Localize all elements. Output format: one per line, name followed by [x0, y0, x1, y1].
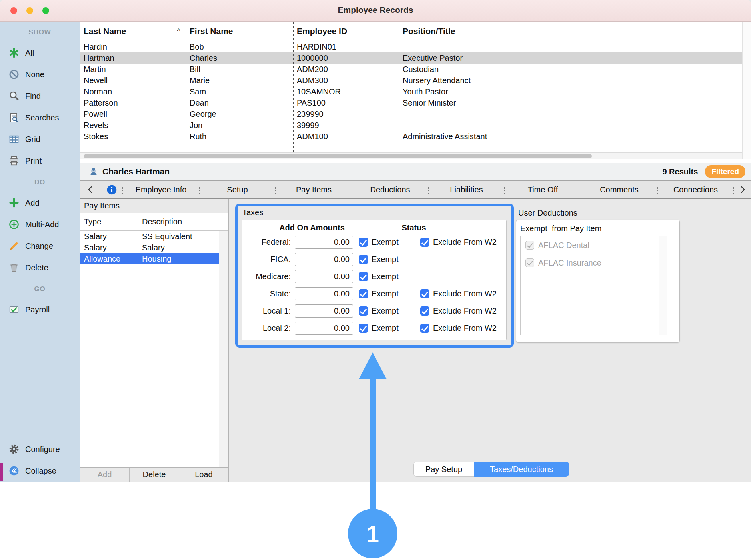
employee-row-selected[interactable]: Hartman Charles 1000000 Executive Pastor	[80, 52, 742, 64]
sidebar-label-find: Find	[25, 92, 41, 101]
info-button[interactable]	[101, 184, 122, 195]
exempt-label: Exempt	[372, 306, 399, 316]
cell-last-name: Norman	[80, 87, 186, 96]
user-deduction-label: AFLAC Insurance	[538, 258, 601, 268]
federal-exempt-checkbox[interactable]	[359, 238, 368, 247]
pay-items-col-description: Description	[138, 217, 228, 226]
state-amount-input[interactable]	[295, 287, 353, 300]
sidebar-item-add[interactable]: Add	[0, 192, 80, 214]
employee-row[interactable]: Revels Jon 39999	[80, 120, 742, 131]
sidebar-item-multi-add[interactable]: Multi-Add	[0, 214, 80, 235]
employee-row[interactable]: Patterson Dean PAS100 Senior Minister	[80, 97, 742, 108]
sidebar-label-payroll: Payroll	[25, 305, 50, 314]
local2-exclude-group: Exclude From W2	[420, 324, 497, 333]
local2-exclude-w2-checkbox[interactable]	[420, 324, 429, 333]
horizontal-scrollbar-thumb[interactable]	[84, 154, 592, 158]
column-header-last-name[interactable]: Last Name ^	[80, 26, 186, 36]
tab-setup[interactable]: Setup	[200, 185, 275, 194]
column-divider	[293, 22, 294, 152]
cell-position: Custodian	[399, 65, 742, 74]
gear-icon	[8, 443, 20, 455]
tab-bar: Employee Info Setup Pay Items Deductions…	[80, 181, 751, 199]
pay-item-add-button[interactable]: Add	[80, 468, 130, 482]
column-divider	[399, 22, 399, 152]
user-deductions-list: AFLAC Dental AFLAC Insurance	[520, 236, 667, 335]
cell-first-name: Bob	[186, 42, 293, 52]
local2-exempt-checkbox[interactable]	[359, 324, 368, 333]
aflac-insurance-checkbox-disabled	[525, 258, 534, 267]
pay-setup-button[interactable]: Pay Setup	[413, 462, 474, 477]
sidebar-item-change[interactable]: Change	[0, 235, 80, 257]
sidebar-item-print[interactable]: Print	[0, 150, 80, 172]
state-exclude-w2-checkbox[interactable]	[420, 289, 429, 298]
tab-pay-items[interactable]: Pay Items	[276, 185, 352, 194]
tab-time-off[interactable]: Time Off	[505, 185, 581, 194]
sidebar-label-none: None	[25, 70, 44, 79]
local2-amount-input[interactable]	[295, 322, 353, 335]
exempt-label: Exempt	[372, 255, 399, 264]
annotation-step-circle: 1	[348, 509, 397, 558]
cell-employee-id: 1000000	[293, 54, 399, 63]
exclude-w2-label: Exclude From W2	[433, 306, 497, 316]
employee-row[interactable]: Powell George 239990	[80, 108, 742, 120]
sidebar: SHOW All None Find Searches Grid	[0, 22, 80, 482]
employee-row[interactable]: Martin Bill ADM200 Custodian	[80, 64, 742, 75]
employee-row[interactable]: Newell Marie ADM300 Nursery Attendanct	[80, 75, 742, 86]
sidebar-item-searches[interactable]: Searches	[0, 107, 80, 128]
pay-item-row-selected[interactable]: Allowance Housing	[80, 253, 219, 264]
sidebar-item-collapse[interactable]: Collapse	[0, 460, 80, 482]
sidebar-item-find[interactable]: Find	[0, 85, 80, 107]
column-header-position-title[interactable]: Position/Title	[399, 26, 751, 36]
cell-last-name: Patterson	[80, 98, 186, 108]
employee-table-header: Last Name ^ First Name Employee ID Posit…	[80, 22, 751, 41]
taxes-deductions-button[interactable]: Taxes/Deductions	[474, 462, 569, 477]
tab-connections[interactable]: Connections	[658, 185, 733, 194]
federal-amount-input[interactable]	[295, 236, 353, 249]
next-tabs-button[interactable]	[734, 185, 751, 194]
cell-first-name: George	[186, 110, 293, 119]
local1-amount-input[interactable]	[295, 304, 353, 318]
exempt-label: Exempt	[372, 289, 399, 298]
local1-exclude-w2-checkbox[interactable]	[420, 306, 429, 316]
tab-employee-info[interactable]: Employee Info	[123, 185, 199, 194]
fica-amount-input[interactable]	[295, 253, 353, 266]
taxes-group: Add On Amounts Status Federal: Exempt	[242, 220, 507, 340]
sidebar-section-do: DO	[0, 173, 80, 192]
employee-row[interactable]: Stokes Ruth ADM100 Administrative Assist…	[80, 131, 742, 142]
local1-exempt-checkbox[interactable]	[359, 306, 368, 316]
sidebar-item-payroll[interactable]: Payroll	[0, 299, 80, 320]
pay-items-column-headers: Type Description	[80, 213, 228, 231]
pay-item-delete-button[interactable]: Delete	[130, 468, 179, 482]
pay-item-row[interactable]: Salary Salary	[80, 242, 219, 253]
tab-comments[interactable]: Comments	[581, 185, 657, 194]
sidebar-label-collapse: Collapse	[25, 466, 56, 476]
employee-row[interactable]: Norman Sam 10SAMNOR Youth Pastor	[80, 86, 742, 97]
tab-liabilities[interactable]: Liabilities	[429, 185, 504, 194]
cell-first-name: Sam	[186, 87, 293, 96]
fica-label: FICA:	[247, 255, 291, 264]
column-header-first-name[interactable]: First Name	[186, 26, 293, 36]
employee-row[interactable]: Hardin Bob HARDIN01	[80, 41, 742, 52]
column-header-employee-id[interactable]: Employee ID	[293, 26, 399, 36]
sidebar-item-all[interactable]: All	[0, 42, 80, 64]
pay-item-load-button[interactable]: Load	[179, 468, 228, 482]
tab-deductions[interactable]: Deductions	[352, 185, 428, 194]
employee-rows: Hardin Bob HARDIN01 Hartman Charles 1000…	[80, 41, 742, 142]
sidebar-item-none[interactable]: None	[0, 64, 80, 85]
aflac-dental-checkbox-disabled	[525, 241, 534, 250]
tax-row-local2: Local 2: Exempt Exclude From W2	[242, 320, 506, 337]
fica-exempt-checkbox[interactable]	[359, 255, 368, 264]
medicare-exempt-checkbox[interactable]	[359, 272, 368, 281]
pencil-icon	[8, 240, 20, 252]
state-exempt-checkbox[interactable]	[359, 289, 368, 298]
sidebar-item-grid[interactable]: Grid	[0, 128, 80, 150]
trash-icon	[8, 262, 20, 274]
pay-item-row[interactable]: Salary SS Equivalent	[80, 231, 219, 242]
federal-exclude-w2-checkbox[interactable]	[420, 238, 429, 247]
sidebar-item-configure[interactable]: Configure	[0, 438, 80, 460]
back-button[interactable]	[80, 185, 101, 194]
sidebar-item-delete[interactable]: Delete	[0, 257, 80, 278]
medicare-amount-input[interactable]	[295, 270, 353, 283]
pay-items-panel: Pay Items Type Description Salary SS Equ…	[80, 199, 229, 482]
pay-items-title: Pay Items	[80, 199, 228, 213]
